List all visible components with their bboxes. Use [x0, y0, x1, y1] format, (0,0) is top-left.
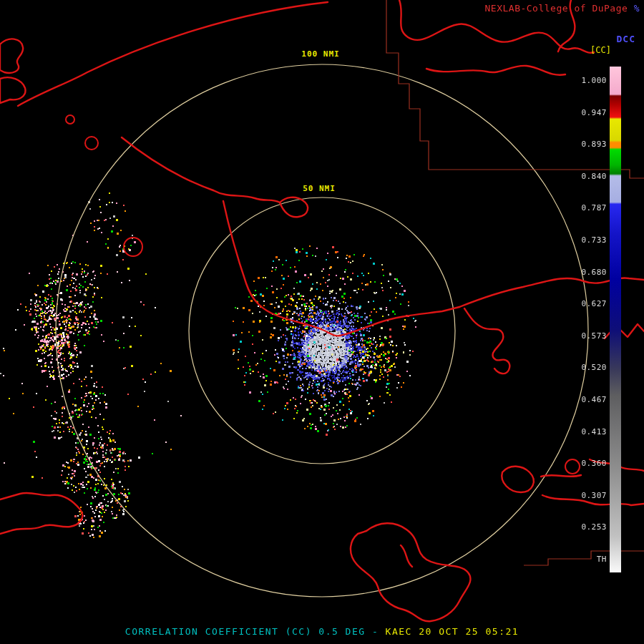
range-ring	[56, 64, 588, 597]
product-name-text: CORRELATION COEFFICIENT (CC) 0.5 DEG -	[125, 626, 386, 637]
map-boundary	[122, 137, 213, 190]
map-overlay	[0, 0, 644, 644]
map-boundary	[502, 467, 533, 492]
colorbar-label: 0.733	[575, 235, 607, 245]
map-boundary	[464, 308, 509, 374]
colorbar-label: 0.307	[575, 491, 607, 500]
lake-outline	[124, 238, 142, 256]
map-boundary	[0, 77, 25, 103]
map-boundary	[351, 523, 471, 621]
range-ring	[189, 197, 455, 464]
map-boundary	[0, 493, 82, 534]
colorbar-label: TH	[575, 555, 607, 564]
colorbar-label: 0.947	[575, 108, 607, 117]
lake-outline	[85, 137, 98, 150]
map-boundary	[426, 66, 565, 75]
colorbar-label: 0.840	[575, 172, 607, 181]
colorbar-label: 0.253	[575, 522, 607, 532]
colorbar-label: 0.627	[575, 299, 607, 308]
map-boundary	[223, 201, 459, 336]
color-scale-bar	[610, 67, 621, 572]
brand-text: NEXLAB-College of DuPage	[485, 3, 634, 14]
colorbar-label: 0.467	[575, 395, 607, 404]
colorbar-label: 0.413	[575, 427, 607, 436]
colorbar-label: 0.360	[575, 459, 607, 468]
status-bar: CORRELATION COEFFICIENT (CC) 0.5 DEG - K…	[0, 626, 644, 637]
color-scale-labels: 1.0000.9470.8930.8400.7870.7330.6800.627…	[575, 0, 607, 644]
colorbar-label: 0.787	[575, 203, 607, 213]
map-boundary	[0, 39, 23, 72]
colorbar-label: 0.520	[575, 363, 607, 372]
colorbar-label: 0.680	[575, 268, 607, 277]
lake-outline	[66, 115, 74, 124]
product-code-label: DCC	[617, 34, 635, 44]
colorbar-label: 0.893	[575, 140, 607, 149]
site-title: NEXLAB-College of DuPage %	[485, 3, 640, 14]
map-boundary	[18, 2, 328, 106]
colorbar-label: 0.573	[575, 331, 607, 341]
brand-glyph: %	[634, 3, 640, 14]
map-boundary	[401, 545, 412, 567]
colorbar-label: 1.000	[575, 76, 607, 85]
station-time-text: KAEC 20 OCT 25 05:21	[386, 626, 519, 637]
radar-display: 100 NMI50 NMI NEXLAB-College of DuPage %…	[0, 0, 644, 644]
